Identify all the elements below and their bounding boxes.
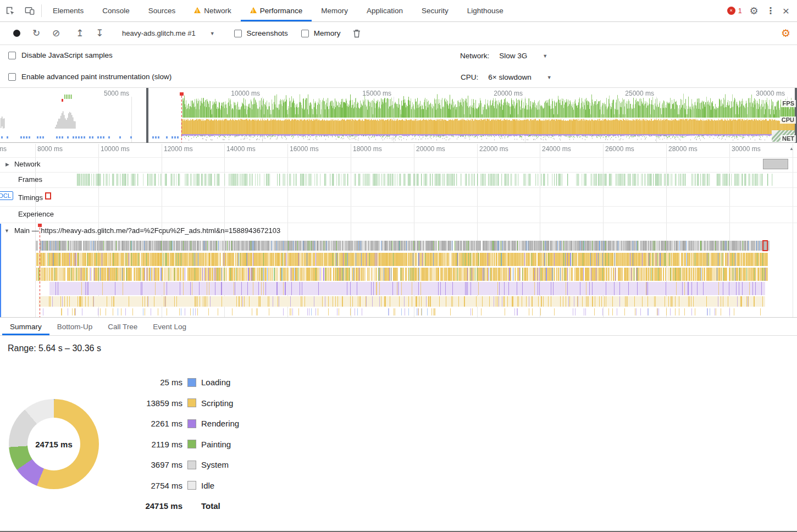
download-icon: ↧ bbox=[96, 29, 103, 38]
track-frames[interactable]: Frames bbox=[18, 175, 42, 184]
checkbox-icon bbox=[301, 30, 309, 37]
kebab-menu-icon[interactable]: ⋮ bbox=[766, 7, 775, 15]
paint-instrumentation-label: Enable advanced paint instrumentation (s… bbox=[21, 73, 171, 81]
inspect-element-icon[interactable] bbox=[0, 0, 20, 21]
ruler-tick: 30000 ms bbox=[732, 145, 761, 153]
legend-row: 13859 ms Scripting bbox=[133, 393, 239, 414]
cpu-throttle-label: CPU: bbox=[461, 73, 478, 81]
legend-total-row: 24715 ms Total bbox=[133, 496, 239, 517]
settings-gear-icon[interactable]: ⚙ bbox=[750, 6, 759, 16]
disable-js-samples-label: Disable JavaScript samples bbox=[21, 51, 113, 59]
tab-bottom-up[interactable]: Bottom-Up bbox=[49, 318, 101, 335]
tab-network[interactable]: Network bbox=[185, 0, 241, 21]
track-main[interactable]: ▼ Main — https://heavy-ads.glitch.me/?ad… bbox=[4, 226, 280, 235]
overview-tick: 10000 ms bbox=[216, 90, 260, 97]
load-profile-button[interactable]: ↥ bbox=[70, 25, 90, 42]
close-icon[interactable]: × bbox=[783, 5, 789, 16]
legend-label: Loading bbox=[201, 378, 230, 387]
ruler-tick: 20000 ms bbox=[416, 145, 445, 153]
tab-label: Lighthouse bbox=[467, 7, 503, 15]
dcl-marker-badge[interactable]: DCL bbox=[0, 191, 13, 200]
tab-event-log[interactable]: Event Log bbox=[145, 318, 194, 335]
profile-select-value: heavy-ads.glitch.me #1 bbox=[122, 29, 196, 37]
device-toolbar-icon[interactable] bbox=[20, 0, 40, 21]
track-main-label: Main — https://heavy-ads.glitch.me/?ad=%… bbox=[14, 226, 280, 235]
legend-total-value: 24715 ms bbox=[133, 501, 182, 511]
divider bbox=[41, 4, 42, 17]
expand-arrow-icon[interactable]: ▼ bbox=[4, 228, 9, 234]
overview-tick: 30000 ms bbox=[741, 90, 785, 97]
legend-value: 3697 ms bbox=[133, 460, 182, 469]
legend-row: 2261 ms Rendering bbox=[133, 413, 239, 434]
warning-icon bbox=[250, 7, 257, 13]
checkbox-icon bbox=[234, 30, 242, 37]
timeline-overview: 5000 ms 10000 ms 15000 ms 20000 ms 25000… bbox=[0, 88, 797, 143]
tab-performance[interactable]: Performance bbox=[241, 0, 312, 21]
tab-call-tree[interactable]: Call Tree bbox=[100, 318, 145, 335]
profile-select[interactable]: heavy-ads.glitch.me #1 ▼ bbox=[115, 29, 222, 37]
tab-memory[interactable]: Memory bbox=[312, 0, 357, 21]
network-throttle-select[interactable]: Network: Slow 3G ▼ bbox=[460, 52, 547, 60]
tab-label: Console bbox=[102, 7, 130, 15]
capture-settings-panel: Disable JavaScript samples Enable advanc… bbox=[0, 45, 797, 88]
track-timings[interactable]: Timings bbox=[18, 193, 43, 202]
tab-console[interactable]: Console bbox=[93, 0, 139, 21]
tab-summary[interactable]: Summary bbox=[2, 318, 49, 335]
legend-label: System bbox=[201, 460, 229, 469]
paint-instrumentation-checkbox[interactable]: Enable advanced paint instrumentation (s… bbox=[8, 73, 171, 81]
tabbar-right-controls: × 1 ⚙ ⋮ × bbox=[719, 0, 797, 21]
scrollbar-up-arrow-icon[interactable]: ▲ bbox=[789, 146, 794, 151]
tab-label: Summary bbox=[10, 323, 42, 331]
disable-js-samples-checkbox[interactable]: Disable JavaScript samples bbox=[8, 51, 113, 59]
memory-checkbox[interactable]: Memory bbox=[295, 29, 347, 37]
net-label: NET bbox=[781, 135, 796, 142]
chevron-down-icon: ▼ bbox=[547, 75, 552, 80]
save-profile-button[interactable]: ↧ bbox=[90, 25, 109, 42]
cpu-throttle-select[interactable]: CPU: 6× slowdown ▼ bbox=[461, 73, 552, 81]
details-tabbar: Summary Bottom-Up Call Tree Event Log bbox=[0, 317, 797, 336]
legend-swatch bbox=[187, 398, 196, 407]
tab-lighthouse[interactable]: Lighthouse bbox=[458, 0, 513, 21]
legend-swatch bbox=[187, 461, 196, 469]
legend-value: 2754 ms bbox=[133, 481, 182, 490]
legend-total-label: Total bbox=[201, 501, 220, 511]
performance-toolbar: ↻ ⊘ ↥ ↧ heavy-ads.glitch.me #1 ▼ Screens… bbox=[0, 22, 797, 45]
track-experience[interactable]: Experience bbox=[18, 210, 54, 218]
cpu-throttle-value: 6× slowdown bbox=[488, 73, 531, 81]
ruler-tick: 16000 ms bbox=[290, 145, 319, 153]
ruler-tick: 18000 ms bbox=[353, 145, 382, 153]
tab-label: Call Tree bbox=[108, 323, 137, 331]
legend-label: Rendering bbox=[201, 419, 239, 428]
ruler-tick: 8000 ms bbox=[37, 145, 63, 153]
tab-label: Security bbox=[422, 7, 449, 15]
legend-swatch bbox=[187, 440, 196, 448]
legend-label: Scripting bbox=[201, 398, 233, 408]
tab-security[interactable]: Security bbox=[412, 0, 458, 21]
legend-row: 25 ms Loading bbox=[133, 372, 239, 393]
collapse-arrow-icon[interactable]: ▶ bbox=[5, 162, 9, 167]
screenshots-checkbox[interactable]: Screenshots bbox=[228, 29, 295, 37]
clear-button[interactable]: ⊘ bbox=[46, 25, 66, 42]
legend-swatch bbox=[187, 419, 196, 428]
network-throttle-label: Network: bbox=[460, 52, 489, 60]
lcp-marker-badge[interactable] bbox=[45, 192, 51, 199]
fps-label: FPS bbox=[781, 100, 796, 107]
error-count-badge[interactable]: × 1 bbox=[727, 7, 742, 15]
reload-and-record-button[interactable]: ↻ bbox=[26, 25, 46, 42]
timeline-tracks: 6000 ms 8000 ms 10000 ms 12000 ms 14000 … bbox=[0, 143, 797, 317]
tab-application[interactable]: Application bbox=[357, 0, 412, 21]
tab-elements[interactable]: Elements bbox=[43, 0, 93, 21]
upload-icon: ↥ bbox=[76, 29, 84, 38]
checkbox-icon bbox=[8, 52, 16, 59]
record-button[interactable] bbox=[7, 25, 26, 42]
capture-settings-gear-icon[interactable]: ⚙ bbox=[781, 27, 790, 40]
reload-icon: ↻ bbox=[32, 29, 40, 38]
legend-value: 2261 ms bbox=[133, 419, 182, 428]
track-network[interactable]: ▶ Network bbox=[5, 160, 41, 168]
ruler-tick: 14000 ms bbox=[226, 145, 256, 153]
ruler-tick: 24000 ms bbox=[542, 145, 571, 153]
tab-sources[interactable]: Sources bbox=[139, 0, 185, 21]
tab-label: Event Log bbox=[153, 323, 186, 331]
tab-label: Performance bbox=[260, 7, 302, 15]
garbage-collect-button[interactable] bbox=[347, 25, 367, 42]
